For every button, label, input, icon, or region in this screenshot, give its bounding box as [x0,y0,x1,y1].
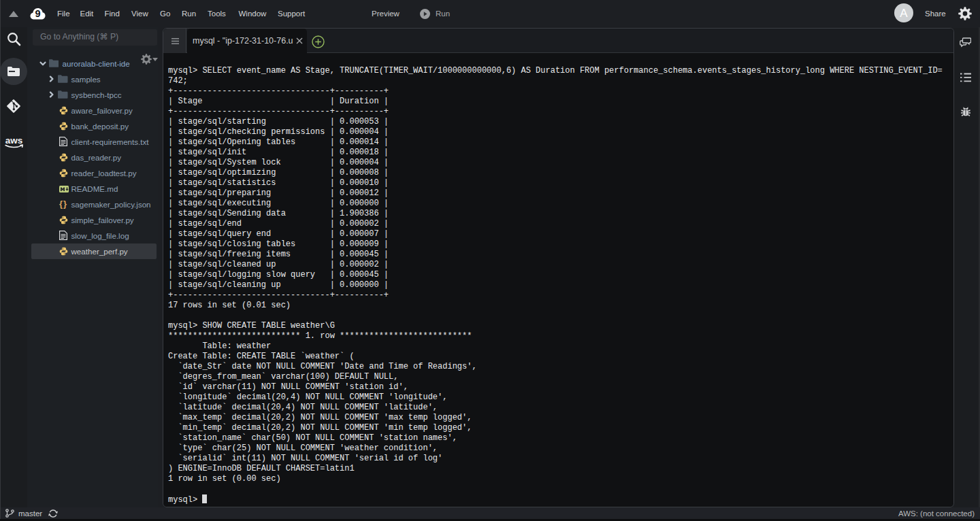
svg-text:9: 9 [35,8,40,19]
svg-text:aws: aws [5,135,23,146]
